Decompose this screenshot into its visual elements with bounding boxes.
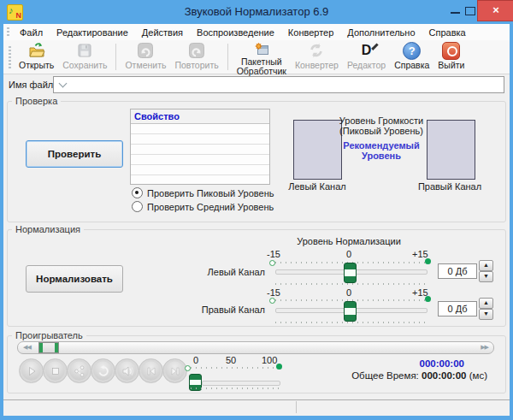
range-end-marker-icon (425, 296, 431, 302)
seek-forward-icon[interactable]: ▶▶ (481, 344, 488, 351)
tick-row (191, 387, 279, 389)
left-level-value[interactable]: 0 Дб (438, 263, 477, 279)
stop-icon (49, 364, 62, 378)
total-time-row: Общее Время: 000:00:00 (мс) (299, 370, 487, 381)
volume-scale-min: 0 (193, 355, 198, 365)
share-icon (73, 364, 86, 378)
radio-selected-icon[interactable] (132, 187, 143, 198)
current-time: 000:00:00 (316, 358, 464, 369)
play-icon (25, 364, 38, 378)
player-stop-button[interactable] (43, 358, 68, 383)
right-level-slider-thumb[interactable] (344, 301, 357, 322)
range-end-marker-icon (276, 364, 282, 370)
left-level-spin-down[interactable]: ▼ (479, 271, 493, 282)
menu-bar: Файл Редактирование Действия Воспроизвед… (3, 24, 510, 41)
pen-icon (371, 43, 378, 50)
check-group-label: Проверка (12, 96, 61, 106)
chevron-down-icon[interactable] (59, 80, 68, 88)
maximize-button[interactable] (465, 7, 475, 15)
player-share-button[interactable] (67, 358, 91, 383)
total-time-label: Общее Время: (351, 370, 419, 381)
table-row (131, 124, 269, 134)
normalize-right-channel-label: Правый Канал (192, 305, 265, 315)
total-time-unit: (мс) (469, 370, 487, 381)
scale-mid-label: 0 (346, 249, 351, 259)
volume-level-title-line1: Уровень Громкости (335, 115, 428, 126)
player-previous-button[interactable] (139, 358, 163, 383)
left-level-spin-up[interactable]: ▲ (479, 260, 493, 271)
close-button[interactable]: × (477, 0, 513, 21)
player-next-button[interactable] (162, 358, 187, 383)
toolbar: Открыть Сохранить О (3, 40, 510, 74)
tick-row (275, 322, 426, 323)
radio-check-peak-level[interactable]: Проверить Пиковый Уровень (132, 187, 274, 198)
menu-file[interactable]: Файл (13, 27, 50, 38)
undo-button[interactable]: Отменить (121, 40, 170, 74)
exit-button[interactable]: Выйти (433, 40, 469, 74)
batch-processor-button[interactable]: Пакетный Обработчик (233, 40, 291, 74)
menu-actions[interactable]: Действия (135, 27, 190, 38)
scale-max-label: +15 (412, 249, 428, 259)
redo-button[interactable]: Повторить (170, 40, 222, 74)
menu-extra[interactable]: Дополнительно (340, 27, 422, 38)
editor-button[interactable]: D Редактор (343, 40, 390, 74)
open-button[interactable]: Открыть (15, 40, 58, 74)
help-button[interactable]: ? Справка (390, 40, 433, 74)
redo-icon (188, 42, 205, 59)
normalization-level-title: Уровень Нормализации (259, 236, 439, 246)
radio-check-average-level[interactable]: Проверить Средний Уровень (132, 201, 274, 212)
right-level-spin-up[interactable]: ▲ (479, 298, 493, 309)
volume-level-title-line2: (Пиковый Уровень) (335, 126, 428, 136)
menu-converter[interactable]: Конвертер (281, 27, 340, 38)
scale-min-label: -15 (267, 287, 280, 298)
menu-help[interactable]: Справка (422, 27, 473, 38)
recommended-level-line2: Уровень (335, 151, 428, 161)
range-start-marker-icon (269, 298, 275, 304)
converter-arrows-icon (308, 42, 325, 59)
seek-thumb[interactable] (38, 342, 59, 353)
check-button[interactable]: Проверить (26, 140, 123, 168)
player-volume-button[interactable] (115, 358, 139, 383)
toolbar-separator (227, 44, 228, 70)
radio-unselected-icon[interactable] (132, 201, 143, 212)
previous-track-icon (144, 364, 158, 378)
player-play-button[interactable] (19, 358, 44, 383)
left-level-slider-thumb[interactable] (344, 263, 357, 283)
volume-slider-track[interactable] (202, 381, 280, 386)
left-channel-label: Левый Канал (283, 181, 351, 192)
open-folder-icon (28, 42, 45, 59)
converter-button[interactable]: Конвертер (291, 40, 343, 74)
player-repeat-button[interactable] (91, 358, 115, 383)
normalize-button[interactable]: Нормализовать (26, 265, 123, 293)
tick-row (191, 367, 279, 369)
menu-playback[interactable]: Воспроизведение (190, 27, 281, 38)
properties-table: Свойство (130, 109, 270, 185)
save-floppy-icon (76, 42, 93, 59)
menu-edit[interactable]: Редактирование (50, 27, 135, 38)
next-track-icon (168, 364, 182, 378)
filename-combobox[interactable] (53, 76, 504, 93)
volume-scale-mid: 50 (226, 355, 236, 365)
right-channel-label: Правый Канал (416, 181, 484, 192)
power-icon (442, 42, 460, 59)
table-row (131, 134, 269, 145)
right-level-spin-down[interactable]: ▼ (479, 309, 493, 320)
total-time-value: 000:00:00 (422, 370, 466, 381)
toolbar-separator (115, 44, 116, 70)
scale-mid-label: 0 (346, 287, 351, 298)
table-row (131, 155, 269, 165)
minimize-button[interactable] (451, 12, 460, 14)
seek-bar[interactable]: ◀◀ ▶▶ (17, 341, 494, 354)
right-level-value[interactable]: 0 Дб (438, 301, 477, 316)
recommended-level-line1: Рекомендуемый (335, 140, 428, 151)
volume-scale-max: 100 (262, 355, 277, 365)
table-row (131, 165, 269, 175)
grip-handle-icon (9, 46, 11, 68)
seek-back-icon[interactable]: ◀◀ (23, 344, 31, 351)
status-bar-divider (296, 401, 297, 413)
undo-icon (137, 42, 154, 59)
right-channel-meter (427, 120, 475, 180)
title-bar[interactable]: ♪ N Звуковой Нормализатор 6.9 × (0, 0, 513, 24)
status-bar (3, 399, 510, 416)
save-button[interactable]: Сохранить (58, 40, 111, 74)
